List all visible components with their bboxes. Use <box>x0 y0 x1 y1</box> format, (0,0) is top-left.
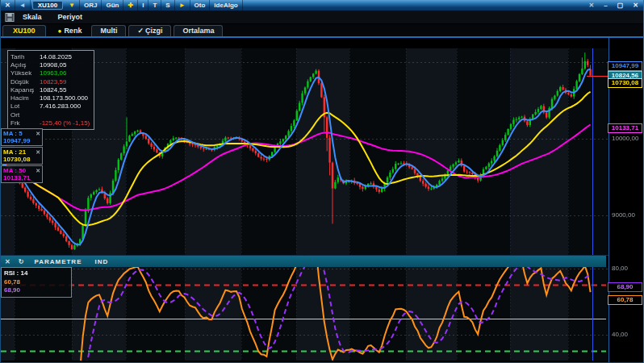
info-value: 14.08.2025 <box>40 53 72 60</box>
s-button[interactable]: S <box>161 0 174 10</box>
ma-legend-box: MA : 50✕10133,71 <box>1 165 43 183</box>
ma-value: 10133,71 <box>3 174 40 182</box>
close-icon[interactable]: ✕ <box>1 0 15 10</box>
ma-value: 10730,08 <box>3 156 40 163</box>
info-label: Ort <box>10 111 40 119</box>
ma-close-icon[interactable]: ✕ <box>36 131 40 137</box>
period-gun-button[interactable]: Gün <box>102 0 123 10</box>
tab-label: Ortalama <box>182 27 214 35</box>
ma-close-icon[interactable]: ✕ <box>36 149 40 156</box>
info-value: -125,40 (% -1,15) <box>40 119 90 127</box>
ma-label: MA : 50 <box>3 167 26 174</box>
info-label: Yüksek <box>10 69 40 77</box>
price-axis-label: 9000,00 <box>612 211 635 219</box>
rsi-signal-value: 68,90 <box>4 286 69 295</box>
symbol-button[interactable]: XU100 <box>32 1 63 10</box>
renk-label: Renk <box>64 27 82 35</box>
window-close-icon[interactable]: ✕ <box>628 0 643 10</box>
tab-label: Çizgi <box>145 27 163 35</box>
rsi-info-box: RSI : 14 60,78 68,90 <box>1 267 72 298</box>
info-row: Kapanış10824,55 <box>10 86 91 94</box>
info-row: Açılış10908,05 <box>10 60 91 69</box>
ma-legend-box: MA : 21✕10730,08 <box>1 147 43 165</box>
rsi-refresh-icon[interactable]: ↻ <box>15 258 28 265</box>
maximize-icon[interactable]: ▢ <box>613 0 629 10</box>
rsi-parametre-button[interactable]: PARAMETRE <box>27 258 88 265</box>
chart-tabs: Multi✓ÇizgiOrtalama <box>91 25 225 36</box>
plus-icon[interactable]: ✚ <box>123 0 138 10</box>
chart-canvas[interactable] <box>1 38 644 363</box>
tab-symbol-xu100[interactable]: XU100 <box>2 25 46 36</box>
tab-ortalama[interactable]: Ortalama <box>174 25 223 36</box>
rsi-axis-box: 68,90 <box>608 282 642 292</box>
panel-close-icon[interactable]: ✕ <box>584 0 600 10</box>
info-row: Hacim108.173.500.000 <box>10 94 91 102</box>
price-axis-box: 10133,71 <box>608 123 642 133</box>
info-value: 10908,05 <box>40 61 66 69</box>
oto-button[interactable]: Oto <box>190 0 211 10</box>
info-label: Açılış <box>10 61 40 69</box>
info-row: Tarih14.08.2025 <box>10 52 91 60</box>
window-titlebar: ✕◄XU100▼ORJGün✚ITS►OtoideAlgo ✕–▢✕ <box>1 0 644 10</box>
forward-arrow-icon[interactable]: ► <box>175 0 190 10</box>
minimize-icon[interactable]: – <box>599 0 612 10</box>
info-row: Ort <box>10 111 91 119</box>
tab-label: Multi <box>100 27 117 35</box>
rsi-axis-label: 40,00 <box>612 331 628 338</box>
tabbar: XU100 ● Renk Multi✓ÇizgiOrtalama <box>1 24 644 36</box>
info-label: Frk <box>10 119 40 127</box>
idealgo-button[interactable]: ideAlgo <box>210 0 242 10</box>
orj-button[interactable]: ORJ <box>80 0 102 10</box>
rsi-axis-label: 80,00 <box>612 265 628 272</box>
menu-skala[interactable]: Skala <box>15 13 50 21</box>
info-value: 7.416.283.000 <box>40 102 81 110</box>
tab-multi[interactable]: Multi <box>91 25 126 36</box>
info-label: Düşük <box>10 78 40 86</box>
price-axis-box: 10947,99 <box>608 61 642 71</box>
price-axis-label: 10000,00 <box>612 135 638 142</box>
info-label: Hacim <box>10 94 40 102</box>
menu-items: SkalaPeriyot <box>15 13 90 21</box>
menu-periyot[interactable]: Periyot <box>50 13 91 21</box>
trend-t-button[interactable]: T <box>148 0 161 10</box>
rsi-label: RSI : 14 <box>4 269 69 278</box>
ma-label: MA : 5 <box>3 130 23 137</box>
rsi-close-icon[interactable]: ✕ <box>1 258 15 265</box>
titlebar-right: ✕–▢✕ <box>584 0 643 10</box>
ma-close-icon[interactable]: ✕ <box>36 168 40 174</box>
info-value: 10823,59 <box>40 78 66 86</box>
ma-legend-box: MA : 5✕10947,99 <box>1 128 43 146</box>
info-row: Düşük10823,59 <box>10 77 91 86</box>
rsi-value: 60,78 <box>4 278 69 287</box>
rsi-panel-header: ✕ ↻ PARAMETRE IND <box>1 256 606 267</box>
titlebar-left: ✕◄XU100▼ORJGün✚ITS►OtoideAlgo <box>1 0 243 10</box>
info-value: 10963,06 <box>40 69 66 77</box>
indicator-i-button[interactable]: I <box>138 0 148 10</box>
info-label: Tarih <box>10 53 40 60</box>
check-icon: ✓ <box>137 27 144 35</box>
rsi-ind-button[interactable]: IND <box>88 258 115 265</box>
color-dot-icon: ● <box>58 27 62 35</box>
down-arrow-icon[interactable]: ▼ <box>65 0 80 10</box>
ohlc-info-panel: Tarih14.08.2025Açılış10908,05Yüksek10963… <box>7 50 94 130</box>
chart-window: ✕◄XU100▼ORJGün✚ITS►OtoideAlgo ✕–▢✕ Skala… <box>0 0 644 363</box>
ma-value: 10947,99 <box>3 137 40 144</box>
save-icon[interactable] <box>5 13 15 22</box>
info-row: Frk-125,40 (% -1,15) <box>10 119 91 127</box>
back-arrow-icon[interactable]: ◄ <box>15 0 31 10</box>
info-row: Yüksek10963,06 <box>10 69 91 77</box>
info-label: Kapanış <box>10 86 40 94</box>
info-value: 10824,55 <box>40 86 66 94</box>
rsi-axis-box: 60,78 <box>608 295 642 305</box>
info-value: 108.173.500.000 <box>40 94 88 102</box>
ma-label: MA : 21 <box>3 148 26 156</box>
tab-cizgi[interactable]: ✓Çizgi <box>128 25 171 36</box>
info-label: Lot <box>10 102 40 110</box>
price-axis-box: 10730,08 <box>608 78 642 88</box>
renk-button[interactable]: ● Renk <box>48 27 92 36</box>
info-row: Lot7.416.283.000 <box>10 102 91 111</box>
menubar: SkalaPeriyot <box>1 10 644 24</box>
